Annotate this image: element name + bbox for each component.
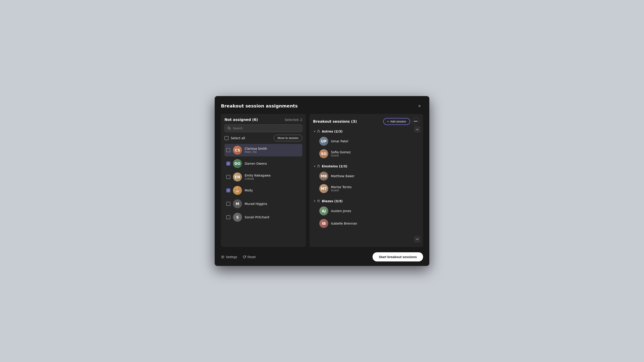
footer-left: Settings Reset: [221, 255, 256, 259]
session-member-role: Guest: [331, 154, 416, 157]
participant-name: Murad Higgins: [245, 202, 300, 206]
session-member: MTMarise TorresGuest: [313, 182, 418, 195]
avatar: S: [233, 213, 242, 222]
lock-icon: [317, 164, 320, 168]
chevron-down-icon: [416, 238, 418, 240]
session-member: MBMatthew Baker: [313, 170, 418, 182]
select-all-row: Select all Move to session: [224, 135, 302, 141]
session-member-name: Marise Torres: [331, 185, 416, 189]
modal-dialog: Breakout session assignments × Not assig…: [215, 96, 429, 266]
participant-checkbox[interactable]: [226, 202, 230, 206]
participant-name: Molly: [245, 189, 300, 192]
chevron-down-icon: ▾: [314, 200, 315, 203]
participant-item[interactable]: CSClarissa SmithHost, me: [224, 144, 302, 156]
avatar: M: [233, 199, 242, 208]
right-panel-header: Breakout sessions (3) + Add session •••: [313, 117, 420, 125]
session-group: ▾ Blazes (3/3) AJAusten JonesIBIsabelle …: [313, 198, 418, 230]
reset-icon: [242, 255, 246, 259]
selected-count: Selected: 2: [285, 118, 302, 122]
participant-name: Emily Nakagawa: [245, 174, 300, 177]
participants-list: CSClarissa SmithHost, meDODarren OwensEN…: [224, 144, 302, 223]
settings-button[interactable]: Settings: [221, 255, 237, 259]
chevron-up-icon: [416, 128, 418, 130]
avatar: DO: [233, 159, 242, 168]
right-panel: Breakout sessions (3) + Add session •••: [310, 114, 423, 247]
participant-item[interactable]: SSonali Pritchard: [224, 211, 302, 223]
session-member-name: Austen Jones: [331, 209, 416, 213]
participant-checkbox[interactable]: [226, 148, 230, 152]
participant-item[interactable]: ENEmily NakagawaCohost: [224, 171, 302, 183]
gear-icon: [221, 255, 224, 259]
session-header[interactable]: ▾ Astros (2/3): [313, 128, 418, 135]
search-box[interactable]: [224, 124, 302, 132]
session-group: ▾ Einsteins (2/3) MBMatthew BakerMTMaris…: [313, 163, 418, 195]
svg-line-1: [230, 129, 231, 130]
svg-rect-4: [318, 201, 320, 202]
reset-button[interactable]: Reset: [242, 255, 256, 259]
not-assigned-title: Not assigned (6): [224, 117, 258, 122]
avatar: MB: [319, 172, 328, 181]
participant-name: Sonali Pritchard: [245, 215, 300, 219]
svg-rect-2: [318, 131, 320, 132]
session-member: UPUmar Patel: [313, 135, 418, 147]
session-name: Einsteins (2/3): [322, 164, 347, 168]
sessions-list: ▾ Astros (2/3) UPUmar PatelSGSofia Gomez…: [313, 128, 420, 243]
session-header[interactable]: ▾ Einsteins (2/3): [313, 163, 418, 170]
scroll-down-button[interactable]: [414, 236, 420, 242]
session-member-name: Sofia Gomez: [331, 150, 416, 154]
avatar: CS: [233, 146, 242, 155]
left-panel-header: Not assigned (6) Selected: 2: [224, 117, 302, 122]
session-group: ▾ Astros (2/3) UPUmar PatelSGSofia Gomez…: [313, 128, 418, 160]
chevron-down-icon: ▾: [314, 165, 315, 168]
session-header[interactable]: ▾ Blazes (3/3): [313, 198, 418, 205]
svg-point-5: [222, 256, 224, 257]
avatar: MT: [319, 184, 328, 193]
svg-rect-3: [318, 166, 320, 167]
modal-title: Breakout session assignments: [221, 103, 298, 109]
close-button[interactable]: ×: [416, 102, 423, 109]
more-icon: •••: [414, 119, 418, 123]
participant-role: Cohost: [245, 177, 300, 180]
participant-checkbox[interactable]: [226, 162, 230, 166]
search-input[interactable]: [233, 126, 300, 130]
search-icon: [228, 126, 231, 130]
breakout-sessions-title: Breakout sessions (3): [313, 119, 357, 124]
session-name: Astros (2/3): [322, 130, 342, 133]
session-name: Blazes (3/3): [322, 199, 342, 203]
session-member-name: Umar Patel: [331, 139, 416, 143]
session-member-role: Guest: [331, 189, 416, 192]
avatar: AJ: [319, 206, 328, 215]
add-session-button[interactable]: + Add session: [383, 118, 410, 125]
avatar: EN: [233, 173, 242, 181]
session-member-name: Isabelle Brennan: [331, 222, 416, 225]
move-to-session-button[interactable]: Move to session: [274, 135, 302, 141]
session-member: SGSofia GomezGuest: [313, 147, 418, 160]
lock-icon: [317, 199, 320, 203]
plus-icon: +: [387, 120, 389, 123]
participant-role: Host, me: [245, 150, 300, 153]
participant-name: Darren Owens: [245, 162, 300, 165]
participant-item[interactable]: 🐕Molly: [224, 184, 302, 197]
start-breakout-sessions-button[interactable]: Start breakout sessions: [372, 252, 423, 261]
session-member: AJAusten Jones: [313, 205, 418, 217]
session-member-name: Matthew Baker: [331, 174, 416, 178]
modal-header: Breakout session assignments ×: [221, 102, 423, 109]
participant-checkbox[interactable]: [226, 175, 230, 179]
scroll-up-button[interactable]: [414, 126, 420, 132]
avatar: UP: [319, 137, 328, 146]
avatar: 🐕: [233, 186, 242, 195]
participant-checkbox[interactable]: [226, 188, 230, 192]
chevron-down-icon: ▾: [314, 130, 315, 133]
session-member: IBIsabelle Brennan: [313, 217, 418, 230]
more-options-button[interactable]: •••: [412, 117, 420, 125]
participant-item[interactable]: DODarren Owens: [224, 157, 302, 170]
select-all-checkbox[interactable]: [224, 136, 228, 140]
participant-checkbox[interactable]: [226, 215, 230, 219]
left-panel: Not assigned (6) Selected: 2 Select all …: [221, 114, 306, 247]
modal-footer: Settings Reset Start breakout sessions: [221, 249, 423, 266]
participant-name: Clarissa Smith: [245, 147, 300, 150]
select-all-label[interactable]: Select all: [224, 136, 245, 140]
modal-body: Not assigned (6) Selected: 2 Select all …: [221, 114, 423, 247]
participant-item[interactable]: MMurad Higgins: [224, 198, 302, 210]
avatar: IB: [319, 219, 328, 228]
